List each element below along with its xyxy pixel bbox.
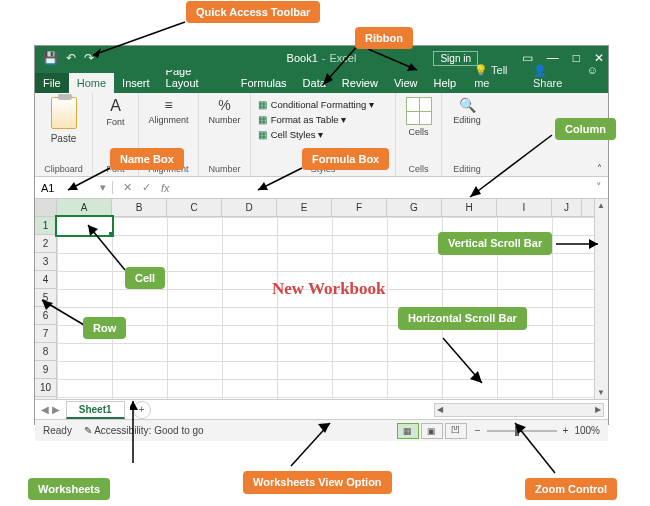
row-3[interactable]: 3: [35, 253, 56, 271]
sheet-nav[interactable]: ◀ ▶: [35, 404, 66, 415]
formula-bar: A1▾ ✕ ✓ fx ˅: [35, 177, 608, 199]
callout-row: Row: [83, 317, 126, 339]
row-headers: 1 2 3 4 5 6 7 8 9 10: [35, 217, 57, 399]
tab-data[interactable]: Data: [295, 73, 334, 93]
row-2[interactable]: 2: [35, 235, 56, 253]
fx-icon[interactable]: fx: [161, 182, 170, 194]
col-E[interactable]: E: [277, 199, 332, 216]
undo-icon[interactable]: ↶: [66, 51, 76, 65]
enter-icon[interactable]: ✓: [142, 181, 151, 194]
row-1[interactable]: 1: [35, 217, 56, 235]
share-button[interactable]: 👤 Share: [533, 64, 577, 89]
column-headers: A B C D E F G H I J: [35, 199, 594, 217]
callout-worksheets: Worksheets: [28, 478, 110, 500]
new-workbook-text: New Workbook: [272, 279, 386, 299]
callout-column: Column: [555, 118, 616, 140]
status-accessibility: ✎ Accessibility: Good to go: [84, 425, 204, 436]
col-I[interactable]: I: [497, 199, 552, 216]
tab-insert[interactable]: Insert: [114, 73, 158, 93]
active-cell[interactable]: [57, 217, 112, 235]
col-H[interactable]: H: [442, 199, 497, 216]
editing-icon[interactable]: 🔍: [459, 97, 476, 113]
paste-icon[interactable]: [51, 97, 77, 129]
save-icon[interactable]: 💾: [43, 51, 58, 65]
zoom-out-icon[interactable]: −: [475, 425, 481, 436]
tab-file[interactable]: File: [35, 73, 69, 93]
zoom-in-icon[interactable]: +: [563, 425, 569, 436]
col-A[interactable]: A: [57, 199, 112, 216]
conditional-formatting[interactable]: ▦ Conditional Formatting ▾: [257, 97, 389, 112]
callout-view-option: Worksheets View Option: [243, 471, 392, 494]
callout-name-box: Name Box: [110, 148, 184, 170]
sheet-tab[interactable]: Sheet1: [66, 401, 125, 419]
row-10[interactable]: 10: [35, 379, 56, 397]
col-B[interactable]: B: [112, 199, 167, 216]
row-9[interactable]: 9: [35, 361, 56, 379]
callout-formula-box: Formula Box: [302, 148, 389, 170]
cancel-icon[interactable]: ✕: [123, 181, 132, 194]
tab-home[interactable]: Home: [69, 73, 114, 93]
add-sheet-icon[interactable]: +: [133, 401, 151, 419]
number-icon[interactable]: %: [218, 97, 230, 113]
sheet-tab-row: ◀ ▶ Sheet1 + ◀▶: [35, 399, 608, 419]
view-buttons: ▦ ▣ 凹: [397, 423, 467, 439]
view-page-layout-icon[interactable]: ▣: [421, 423, 443, 439]
view-normal-icon[interactable]: ▦: [397, 423, 419, 439]
doc-title: Book1: [287, 52, 318, 64]
select-all[interactable]: [35, 199, 57, 216]
tell-me[interactable]: 💡 Tell me: [474, 64, 523, 89]
expand-formula-icon[interactable]: ˅: [590, 181, 608, 194]
row-8[interactable]: 8: [35, 343, 56, 361]
callout-zoom: Zoom Control: [525, 478, 617, 500]
tab-formulas[interactable]: Formulas: [233, 73, 295, 93]
tab-review[interactable]: Review: [334, 73, 386, 93]
col-D[interactable]: D: [222, 199, 277, 216]
format-as-table[interactable]: ▦ Format as Table ▾: [257, 112, 389, 127]
zoom-value[interactable]: 100%: [574, 425, 600, 436]
row-7[interactable]: 7: [35, 325, 56, 343]
app-title: Excel: [329, 52, 356, 64]
col-J[interactable]: J: [552, 199, 582, 216]
ribbon-tabs: File Home Insert Page Layout Formulas Da…: [35, 70, 608, 93]
callout-cell: Cell: [125, 267, 165, 289]
tab-help[interactable]: Help: [426, 73, 465, 93]
cells-icon[interactable]: [406, 97, 432, 125]
status-bar: Ready ✎ Accessibility: Good to go ▦ ▣ 凹 …: [35, 419, 608, 441]
horizontal-scrollbar[interactable]: ◀▶: [434, 403, 604, 417]
callout-quick-access: Quick Access Toolbar: [186, 1, 320, 23]
redo-icon[interactable]: ↷: [84, 51, 94, 65]
callout-vscroll: Vertical Scroll Bar: [438, 232, 552, 255]
row-4[interactable]: 4: [35, 271, 56, 289]
grid: A B C D E F G H I J 1 2 3 4 5 6 7: [35, 199, 608, 399]
paste-button[interactable]: Paste: [51, 133, 77, 144]
col-G[interactable]: G: [387, 199, 442, 216]
status-ready: Ready: [43, 425, 72, 436]
group-clipboard: Clipboard: [41, 164, 86, 174]
quick-access-toolbar: 💾 ↶ ↷: [35, 51, 102, 65]
col-C[interactable]: C: [167, 199, 222, 216]
col-F[interactable]: F: [332, 199, 387, 216]
callout-ribbon: Ribbon: [355, 27, 413, 49]
font-icon[interactable]: A: [110, 97, 121, 115]
emoji-icon[interactable]: ☺: [587, 64, 598, 89]
cell-styles[interactable]: ▦ Cell Styles ▾: [257, 127, 389, 142]
tab-view[interactable]: View: [386, 73, 426, 93]
alignment-icon[interactable]: ≡: [164, 97, 172, 113]
name-box[interactable]: A1▾: [35, 181, 113, 194]
callout-hscroll: Horizontal Scroll Bar: [398, 307, 527, 330]
collapse-ribbon-icon[interactable]: ˄: [597, 163, 602, 174]
view-page-break-icon[interactable]: 凹: [445, 423, 467, 439]
zoom-slider[interactable]: [487, 430, 557, 432]
row-5[interactable]: 5: [35, 289, 56, 307]
vertical-scrollbar[interactable]: [594, 199, 608, 399]
zoom-control[interactable]: − + 100%: [467, 425, 608, 436]
row-6[interactable]: 6: [35, 307, 56, 325]
